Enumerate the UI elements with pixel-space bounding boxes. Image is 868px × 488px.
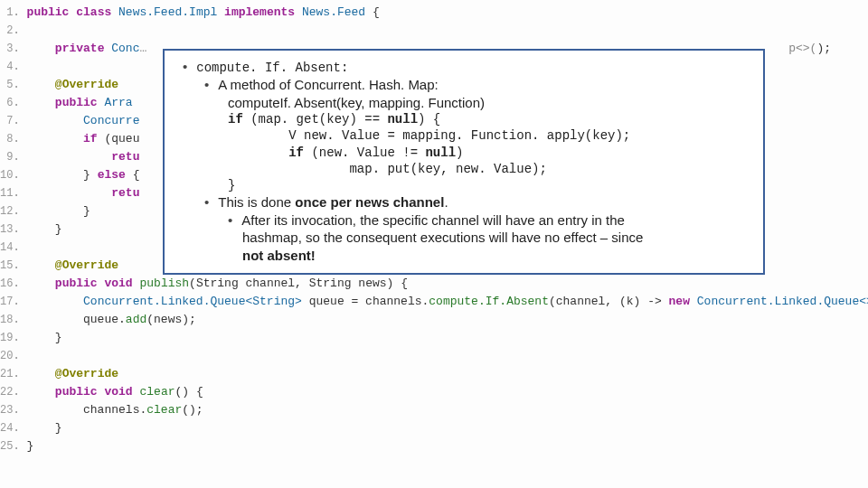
callout-code-line: if (new. Value != null) <box>177 145 752 161</box>
callout-subtitle: A method of Concurrent. Hash. Map: <box>177 76 752 94</box>
line-number: 5 <box>0 76 20 94</box>
line-number: 3 <box>0 40 20 58</box>
callout-code-line: V new. Value = mapping. Function. apply(… <box>177 127 752 144</box>
callout-note-2c: not absent! <box>177 247 752 265</box>
code-line[interactable]: channels.clear(); <box>27 401 868 419</box>
callout-code-line: map. put(key, new. Value); <box>177 161 752 177</box>
code-line[interactable]: public class News.Feed.Impl implements N… <box>27 4 868 22</box>
line-number: 14 <box>0 239 20 257</box>
code-line[interactable]: queue.add(news); <box>27 311 868 329</box>
line-number: 20 <box>0 347 20 365</box>
line-number: 10 <box>0 166 20 184</box>
line-number: 2 <box>0 22 20 40</box>
code-line[interactable]: public void clear() { <box>27 383 868 401</box>
line-number-gutter: 1234567891011121314151617181920212223242… <box>0 4 27 455</box>
line-number: 1 <box>0 4 20 22</box>
callout-signature: computeIf. Absent(key, mapping. Function… <box>177 94 752 112</box>
callout-code-line: } <box>177 177 752 193</box>
callout-note-1: This is done once per news channel. <box>177 193 752 211</box>
line-number: 13 <box>0 221 20 239</box>
callout-title: compute. If. Absent: <box>177 58 752 76</box>
line-number: 11 <box>0 184 20 202</box>
code-line[interactable]: public void publish(String channel, Stri… <box>27 275 868 293</box>
line-number: 22 <box>0 383 20 401</box>
code-line[interactable]: } <box>27 437 868 455</box>
line-number: 4 <box>0 58 20 76</box>
code-line[interactable]: } <box>27 329 868 347</box>
line-number: 19 <box>0 329 20 347</box>
code-line[interactable]: @Override <box>27 365 868 383</box>
line-number: 15 <box>0 257 20 275</box>
line-number: 7 <box>0 112 20 130</box>
code-line[interactable] <box>27 347 868 365</box>
line-number: 16 <box>0 275 20 293</box>
line-number: 6 <box>0 94 20 112</box>
line-number: 24 <box>0 419 20 437</box>
code-line[interactable]: } <box>27 419 868 437</box>
explanation-callout: compute. If. Absent: A method of Concurr… <box>163 49 765 275</box>
callout-note-2b: hashmap, so the consequent executions wi… <box>177 229 752 247</box>
line-number: 9 <box>0 148 20 166</box>
callout-code-line: if (map. get(key) == null) { <box>177 111 752 127</box>
line-number: 12 <box>0 202 20 221</box>
code-line[interactable] <box>27 22 868 40</box>
code-line[interactable]: Concurrent.Linked.Queue<String> queue = … <box>27 293 868 311</box>
line-number: 8 <box>0 130 20 148</box>
callout-note-2a: After its invocation, the specific chann… <box>177 211 752 230</box>
line-number: 25 <box>0 437 20 455</box>
line-number: 23 <box>0 401 20 419</box>
line-number: 21 <box>0 365 20 383</box>
line-number: 17 <box>0 293 20 311</box>
line-number: 18 <box>0 311 20 329</box>
